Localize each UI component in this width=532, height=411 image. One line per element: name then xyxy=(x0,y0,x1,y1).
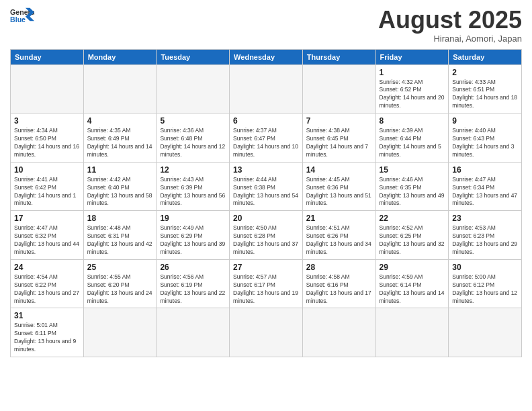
day-31: 31 Sunrise: 5:01 AMSunset: 6:11 PMDaylig… xyxy=(11,308,84,357)
page: General Blue August 2025 Hiranai, Aomori… xyxy=(0,0,532,411)
day-19: 19 Sunrise: 4:49 AMSunset: 6:29 PMDaylig… xyxy=(157,211,230,260)
day-17: 17 Sunrise: 4:47 AMSunset: 6:32 PMDaylig… xyxy=(11,211,84,260)
day-10: 10 Sunrise: 4:41 AMSunset: 6:42 PMDaylig… xyxy=(11,162,84,211)
calendar-row-4: 17 Sunrise: 4:47 AMSunset: 6:32 PMDaylig… xyxy=(11,211,522,260)
day-14: 14 Sunrise: 4:45 AMSunset: 6:36 PMDaylig… xyxy=(302,162,375,211)
day-20: 20 Sunrise: 4:50 AMSunset: 6:28 PMDaylig… xyxy=(230,211,303,260)
day-24: 24 Sunrise: 4:54 AMSunset: 6:22 PMDaylig… xyxy=(11,259,84,308)
day-3: 3 Sunrise: 4:34 AMSunset: 6:50 PMDayligh… xyxy=(11,113,84,163)
day-2: 2 Sunrise: 4:33 AM Sunset: 6:51 PM Dayli… xyxy=(449,64,522,113)
svg-text:Blue: Blue xyxy=(10,15,26,24)
header-friday: Friday xyxy=(375,49,449,64)
empty-cell xyxy=(375,308,449,357)
day-11: 11 Sunrise: 4:42 AMSunset: 6:40 PMDaylig… xyxy=(83,162,157,211)
day-8: 8 Sunrise: 4:39 AMSunset: 6:44 PMDayligh… xyxy=(375,113,449,163)
title-block: August 2025 Hiranai, Aomori, Japan xyxy=(378,7,522,44)
day-28: 28 Sunrise: 4:58 AMSunset: 6:16 PMDaylig… xyxy=(302,259,375,308)
empty-cell xyxy=(157,308,230,357)
calendar-row-2: 3 Sunrise: 4:34 AMSunset: 6:50 PMDayligh… xyxy=(11,113,522,163)
calendar-row-3: 10 Sunrise: 4:41 AMSunset: 6:42 PMDaylig… xyxy=(11,162,522,211)
empty-cell xyxy=(83,308,157,357)
month-title: August 2025 xyxy=(378,7,522,34)
empty-cell xyxy=(230,64,303,113)
header-saturday: Saturday xyxy=(449,49,522,64)
day-26: 26 Sunrise: 4:56 AMSunset: 6:19 PMDaylig… xyxy=(157,259,230,308)
day-9: 9 Sunrise: 4:40 AMSunset: 6:43 PMDayligh… xyxy=(449,113,522,163)
day-15: 15 Sunrise: 4:46 AMSunset: 6:35 PMDaylig… xyxy=(375,162,449,211)
calendar-row-6: 31 Sunrise: 5:01 AMSunset: 6:11 PMDaylig… xyxy=(11,308,522,357)
day-4: 4 Sunrise: 4:35 AMSunset: 6:49 PMDayligh… xyxy=(83,113,157,163)
day-21: 21 Sunrise: 4:51 AMSunset: 6:26 PMDaylig… xyxy=(302,211,375,260)
day-30: 30 Sunrise: 5:00 AMSunset: 6:12 PMDaylig… xyxy=(449,259,522,308)
label-sunrise: Sunrise: xyxy=(380,79,402,85)
header: General Blue August 2025 Hiranai, Aomori… xyxy=(10,7,522,44)
day-info-1: Sunrise: 4:32 AM Sunset: 6:52 PM Dayligh… xyxy=(380,79,445,111)
empty-cell xyxy=(302,64,375,113)
empty-cell xyxy=(302,308,375,357)
calendar-table: Sunday Monday Tuesday Wednesday Thursday… xyxy=(10,49,522,357)
logo: General Blue xyxy=(10,7,34,26)
empty-cell xyxy=(83,64,157,113)
empty-cell xyxy=(449,308,522,357)
generalblue-logo-icon: General Blue xyxy=(10,7,34,26)
day-23: 23 Sunrise: 4:53 AMSunset: 6:23 PMDaylig… xyxy=(449,211,522,260)
weekday-header-row: Sunday Monday Tuesday Wednesday Thursday… xyxy=(11,49,522,64)
day-16: 16 Sunrise: 4:47 AMSunset: 6:34 PMDaylig… xyxy=(449,162,522,211)
empty-cell xyxy=(11,64,84,113)
day-12: 12 Sunrise: 4:43 AMSunset: 6:39 PMDaylig… xyxy=(157,162,230,211)
calendar-row-1: 1 Sunrise: 4:32 AM Sunset: 6:52 PM Dayli… xyxy=(11,64,522,113)
day-1: 1 Sunrise: 4:32 AM Sunset: 6:52 PM Dayli… xyxy=(375,64,449,113)
day-18: 18 Sunrise: 4:48 AMSunset: 6:31 PMDaylig… xyxy=(83,211,157,260)
day-22: 22 Sunrise: 4:52 AMSunset: 6:25 PMDaylig… xyxy=(375,211,449,260)
header-tuesday: Tuesday xyxy=(157,49,230,64)
day-5: 5 Sunrise: 4:36 AMSunset: 6:48 PMDayligh… xyxy=(157,113,230,163)
header-sunday: Sunday xyxy=(11,49,84,64)
day-number-2: 2 xyxy=(452,68,518,77)
day-27: 27 Sunrise: 4:57 AMSunset: 6:17 PMDaylig… xyxy=(230,259,303,308)
header-monday: Monday xyxy=(83,49,157,64)
label-sunset: Sunset: xyxy=(380,86,400,93)
empty-cell xyxy=(157,64,230,113)
header-thursday: Thursday xyxy=(302,49,375,64)
label-daylight: Daylight: xyxy=(380,94,403,101)
day-29: 29 Sunrise: 4:59 AMSunset: 6:14 PMDaylig… xyxy=(375,259,449,308)
day-number-1: 1 xyxy=(380,68,445,77)
day-7: 7 Sunrise: 4:38 AMSunset: 6:45 PMDayligh… xyxy=(302,113,375,163)
day-info-2: Sunrise: 4:33 AM Sunset: 6:51 PM Dayligh… xyxy=(452,79,518,111)
day-25: 25 Sunrise: 4:55 AMSunset: 6:20 PMDaylig… xyxy=(83,259,157,308)
calendar-row-5: 24 Sunrise: 4:54 AMSunset: 6:22 PMDaylig… xyxy=(11,259,522,308)
day-13: 13 Sunrise: 4:44 AMSunset: 6:38 PMDaylig… xyxy=(230,162,303,211)
day-6: 6 Sunrise: 4:37 AMSunset: 6:47 PMDayligh… xyxy=(230,113,303,163)
header-wednesday: Wednesday xyxy=(230,49,303,64)
empty-cell xyxy=(230,308,303,357)
location: Hiranai, Aomori, Japan xyxy=(378,34,522,44)
